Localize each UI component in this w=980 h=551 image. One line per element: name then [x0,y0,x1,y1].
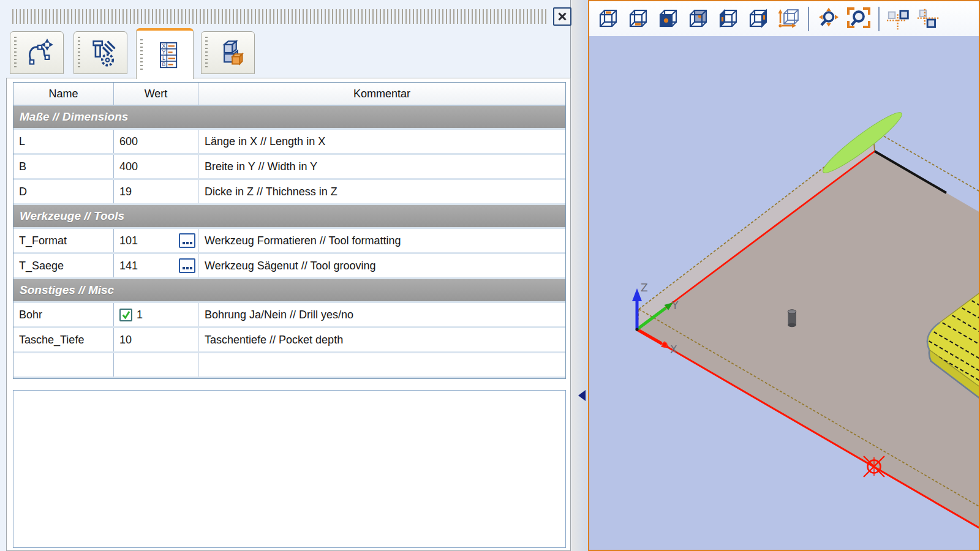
description-area [13,390,566,548]
parameter-name: L [13,130,114,153]
view-left-button[interactable] [715,6,741,32]
parameter-value-cell[interactable]: 400 [114,155,198,178]
parameter-row[interactable]: D 19 Dicke in Z // Thichness in Z [13,180,565,205]
zoom-fit-icon [816,7,841,31]
parameter-value-cell[interactable]: 19 [114,180,198,203]
parameter-name: Bohr [13,303,114,326]
parameter-value-cell[interactable] [114,353,198,377]
view-back-button[interactable] [685,6,711,32]
view-right-button[interactable] [745,6,771,32]
parameter-comment: Werkzeug Sägenut // Tool grooving [198,254,565,277]
parameter-value[interactable]: 600 [119,135,138,148]
viewport-toolbar [589,1,979,36]
parameter-table-body: Maße // Dimensions L 600 Länge in X // L… [13,106,565,378]
parameter-name [13,353,114,377]
toolbar-separator [878,7,880,31]
toolbar-separator [808,7,809,31]
panel-drag-handle[interactable] [12,9,548,24]
parameter-name: Tasche_Tiefe [13,328,114,351]
parameter-row[interactable] [13,353,565,378]
parameter-panel: X Y L B [0,0,571,551]
column-header-name: Name [13,83,114,105]
parameter-value-cell[interactable]: 1 [114,303,198,326]
cube-left-icon [716,7,741,31]
view-front-button[interactable] [655,6,681,32]
parameter-value-cell[interactable]: 141 [114,254,198,277]
close-button[interactable] [553,7,571,26]
cube-front-icon [656,7,680,31]
column-header-kommentar: Kommentar [198,83,565,105]
section-header-row: Maße // Dimensions [13,106,565,130]
parameter-comment: Länge in X // Length in X [198,130,565,153]
axis-label-y: Y [671,299,679,312]
window-layout-vertical-button[interactable] [916,6,942,32]
parameter-name: B [13,155,114,178]
viewport-pane: Z Y X [588,0,980,551]
parameter-value[interactable]: 10 [119,334,132,347]
tab-part-blocks[interactable] [201,31,255,74]
table-header-row: Name Wert Kommentar [13,83,565,106]
cube-bottom-icon [626,7,650,31]
parameter-row[interactable]: B 400 Breite in Y // Width in Y [13,155,565,180]
checkmark-icon [121,310,130,320]
zoom-window-button[interactable] [846,6,872,32]
parameter-value-cell[interactable]: 101 [114,229,198,252]
parameter-value-cell[interactable]: 10 [114,328,198,351]
view-axonometric-button[interactable] [775,6,801,32]
variable-list-icon: X Y L B [153,40,183,70]
parameter-value[interactable]: 141 [119,260,138,272]
parameter-row[interactable]: Bohr 1 Bohrung Ja/Nein // Drill yes/no [13,303,565,328]
window-layout-horizontal-icon [886,7,912,31]
window-layout-horizontal-button[interactable] [886,6,912,32]
cube-back-icon [686,7,710,31]
cube-axes-icon [776,7,801,31]
cube-right-icon [746,7,771,31]
collapse-panel-arrow-icon[interactable] [578,390,586,401]
browse-button[interactable] [179,258,195,273]
cube-top-icon [596,7,620,31]
pane-splitter[interactable] [571,0,588,551]
svg-text:L: L [162,55,165,61]
3d-viewport[interactable]: Z Y X [589,36,979,550]
parameter-comment: Bohrung Ja/Nein // Drill yes/no [198,303,565,326]
axis-label-z: Z [641,282,648,294]
parameter-row[interactable]: L 600 Länge in X // Length in X [13,130,565,155]
checkbox-checked[interactable] [119,309,132,321]
view-bottom-button[interactable] [625,6,651,32]
parameter-row[interactable]: T_Saege 141 Werkzeug Sägenut // Tool gro… [13,254,565,279]
toolpath-icon [24,38,55,67]
zoom-window-icon [846,7,871,31]
parameter-value[interactable]: 19 [119,186,132,198]
zoom-fit-button[interactable] [816,6,842,32]
parameter-row[interactable]: Tasche_Tiefe 10 Taschentiefe // Pocket d… [13,328,565,353]
window-layout-vertical-icon [916,7,942,31]
column-header-wert: Wert [114,83,198,105]
close-icon [556,10,569,23]
parameter-comment: Werkzeug Formatieren // Tool formatting [198,229,565,252]
part-blocks-icon [216,38,246,67]
section-label: Maße // Dimensions [20,110,128,124]
section-label: Werkzeuge // Tools [20,209,124,223]
svg-text:Y: Y [162,49,166,55]
browse-button[interactable] [179,233,195,248]
tab-content-area: Name Wert Kommentar Maße // Dimensions L… [6,78,571,551]
parameter-value[interactable]: 101 [119,234,138,247]
parameter-value[interactable]: 400 [119,160,138,173]
parameter-row[interactable]: T_Format 101 Werkzeug Formatieren // Too… [13,229,565,254]
tab-variables[interactable]: X Y L B [136,28,194,79]
parameter-comment [198,353,565,377]
section-label: Sonstiges // Misc [20,283,114,297]
parameter-value-cell[interactable]: 600 [114,130,198,153]
parameter-comment: Dicke in Z // Thichness in Z [198,180,565,203]
machining-tool-icon [88,38,119,67]
parameter-value[interactable]: 1 [137,309,143,321]
tab-machining[interactable] [74,31,127,74]
cad-cam-application: X Y L B [0,0,980,551]
svg-text:B: B [162,61,166,67]
drill-cylinder [788,310,796,327]
svg-text:X: X [162,43,166,49]
parameter-table: Name Wert Kommentar Maße // Dimensions L… [13,82,566,379]
tab-toolpath[interactable] [10,31,64,74]
view-top-button[interactable] [595,6,621,32]
parameter-comment: Taschentiefe // Pocket depth [198,328,565,351]
